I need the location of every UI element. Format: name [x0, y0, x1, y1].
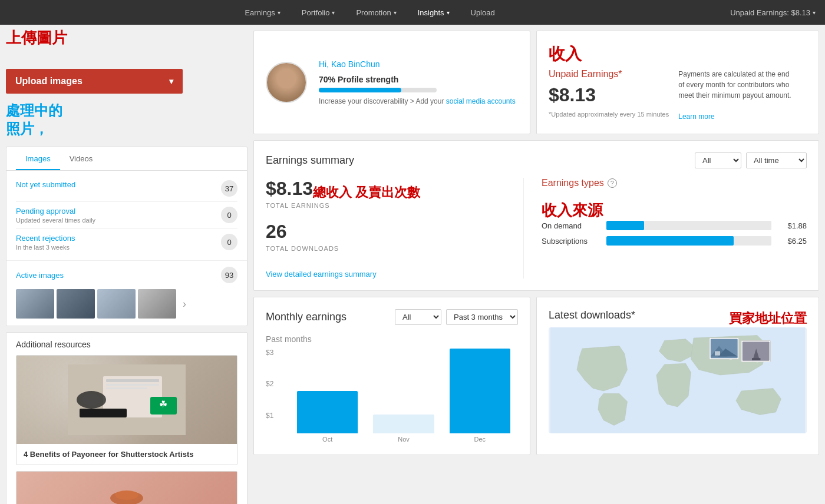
- unpaid-earnings-card: 收入 Unpaid Earnings* $8.13 *Updated appro…: [536, 31, 819, 134]
- avatar-face: [267, 63, 306, 102]
- chinese-buyer-location: 買家地址位置: [729, 310, 807, 327]
- thumb-2[interactable]: [57, 289, 95, 319]
- latest-downloads-header: Latest downloads* 買家地址位置: [549, 309, 807, 327]
- food-icon: [109, 483, 144, 504]
- tab-images[interactable]: Images: [16, 147, 60, 170]
- earnings-types-title: Earnings types ?: [542, 178, 807, 188]
- recent-rejections-count: 0: [221, 234, 237, 250]
- earnings-summary-card: Earnings summary All Photos Videos All t…: [253, 140, 819, 291]
- bar-nov: [373, 415, 434, 433]
- svg-rect-4: [106, 387, 147, 389]
- recent-rejections-sub: In the last 3 weeks: [16, 244, 75, 251]
- tab-videos[interactable]: Videos: [60, 147, 103, 170]
- bar-group-dec: Dec: [442, 349, 518, 443]
- monthly-earnings-card: Monthly earnings All Photos Past 3 month…: [253, 297, 530, 455]
- pending-approval-count: 0: [221, 207, 237, 223]
- monthly-type-filter[interactable]: All Photos: [395, 309, 441, 325]
- top-row: Hi, Kao BinChun 70% Profile strength Inc…: [253, 31, 819, 134]
- summary-filters: All Photos Videos All time This year Thi…: [695, 152, 807, 168]
- past-months-label: Past months: [266, 334, 518, 344]
- upload-header: 上傳圖片: [6, 31, 248, 63]
- subscriptions-bar-container: [606, 236, 771, 246]
- earnings-left: Unpaid Earnings* $8.13 *Updated approxim…: [549, 69, 669, 122]
- thumbnails-next-button[interactable]: ›: [179, 298, 190, 310]
- thumb-1[interactable]: [16, 289, 54, 319]
- upload-button-label: Upload images: [15, 76, 82, 87]
- chinese-earnings-title: 收入: [549, 43, 807, 65]
- nav-upload[interactable]: Upload: [460, 0, 506, 25]
- yaxis-1: $1: [266, 412, 273, 420]
- view-earnings-link[interactable]: View detailed earnings summary: [266, 270, 377, 278]
- profile-suggest: Increase your discoverability > Add your…: [319, 97, 516, 105]
- unpaid-earnings-nav-label: Unpaid Earnings: $8.13: [730, 8, 810, 17]
- pending-approval-label[interactable]: Pending approval: [16, 207, 95, 215]
- on-demand-label: On demand: [542, 221, 600, 230]
- thumbnails-row: ›: [6, 289, 247, 326]
- nav-promotion-chevron: ▾: [394, 9, 397, 16]
- world-map: [549, 327, 807, 433]
- nav-promotion-label: Promotion: [356, 8, 391, 17]
- not-yet-submitted-label[interactable]: Not yet submitted: [16, 180, 75, 189]
- images-videos-card: Images Videos Not yet submitted 37: [6, 147, 248, 326]
- earnings-right: Payments are calculated at the end of ev…: [678, 69, 796, 122]
- unpaid-earnings-nav[interactable]: Unpaid Earnings: $8.13 ▾: [730, 8, 816, 17]
- total-earnings-label: TOTAL EARNINGS: [266, 202, 506, 209]
- nav-portfolio-label: Portfolio: [302, 8, 330, 17]
- active-images-count: 93: [221, 267, 237, 283]
- resource-office-svg: ☘: [68, 364, 186, 435]
- summary-right: Earnings types ? 收入來源 On demand $1.88: [524, 178, 807, 278]
- thumb-4[interactable]: [138, 289, 176, 319]
- yaxis-2: $2: [266, 380, 273, 388]
- strength-bar: [319, 88, 401, 92]
- resource-card-2[interactable]: [16, 471, 237, 504]
- bar-label-dec: Dec: [474, 436, 486, 443]
- additional-resources-title: Additional resources: [16, 340, 237, 349]
- pending-approval-info: Pending approval Updated several times d…: [16, 207, 95, 224]
- latest-downloads-card: Latest downloads* 買家地址位置: [536, 297, 819, 455]
- thumb-3[interactable]: [97, 289, 136, 319]
- subscriptions-row: Subscriptions $6.25: [542, 236, 807, 246]
- nav-portfolio[interactable]: Portfolio ▾: [291, 0, 346, 25]
- svg-rect-18: [752, 358, 760, 360]
- summary-title: Earnings summary: [266, 154, 354, 167]
- user-avatar: [266, 62, 307, 103]
- active-images-label[interactable]: Active images: [16, 271, 64, 280]
- monthly-filters: All Photos Past 3 months Past 6 months P…: [395, 309, 518, 325]
- nav-insights[interactable]: Insights ▾: [407, 0, 460, 25]
- not-yet-submitted-row: Not yet submitted 37: [16, 175, 237, 202]
- nav-earnings[interactable]: Earnings ▾: [234, 0, 291, 25]
- recent-rejections-info: Recent rejections In the last 3 weeks: [16, 234, 75, 251]
- upload-button[interactable]: Upload images ▾: [6, 69, 183, 94]
- social-media-link[interactable]: social media accounts: [446, 97, 516, 105]
- summary-time-filter[interactable]: All time This year This month: [746, 152, 807, 168]
- nav-earnings-label: Earnings: [245, 8, 275, 17]
- nav-promotion[interactable]: Promotion ▾: [345, 0, 407, 25]
- recent-rejections-label[interactable]: Recent rejections: [16, 234, 75, 243]
- summary-main: 總收入 及賣出次數 $8.13 TOTAL EARNINGS 26 TOTAL …: [266, 178, 807, 278]
- tab-videos-label: Videos: [70, 154, 93, 163]
- learn-more-link[interactable]: Learn more: [678, 112, 714, 121]
- nav-items: Earnings ▾ Portfolio ▾ Promotion ▾ Insig…: [9, 0, 730, 25]
- content-area: 上傳圖片 Upload images ▾ 處理中的照片， Images Vide…: [0, 25, 825, 504]
- monthly-period-filter[interactable]: Past 3 months Past 6 months Past year: [446, 309, 518, 325]
- earnings-types-label: Earnings types: [542, 178, 604, 188]
- profile-card: Hi, Kao BinChun 70% Profile strength Inc…: [253, 31, 530, 134]
- bar-group-oct: Oct: [289, 391, 365, 443]
- unpaid-earnings-amount: $8.13: [549, 84, 669, 106]
- monthly-title: Monthly earnings: [266, 311, 346, 323]
- pending-approval-row: Pending approval Updated several times d…: [16, 202, 237, 229]
- nav-insights-chevron: ▾: [447, 9, 450, 16]
- summary-type-filter[interactable]: All Photos Videos: [695, 152, 741, 168]
- pending-approval-sub: Updated several times daily: [16, 217, 95, 224]
- monthly-bar-chart: $3 $2 $1 Oct Nov: [266, 349, 518, 443]
- subscriptions-bar: [606, 236, 734, 246]
- earnings-types-help-icon[interactable]: ?: [608, 178, 617, 188]
- bar-label-nov: Nov: [398, 436, 410, 443]
- stats-section: Not yet submitted 37 Pending approval Up…: [6, 171, 247, 260]
- resource-card-2-img-inner: [16, 472, 237, 504]
- unpaid-earnings-note: *Updated approximately every 15 minutes: [549, 111, 669, 118]
- resource-card-payoneer[interactable]: ☘ 4 Benefits of Payoneer for Shutterstoc…: [16, 355, 237, 465]
- active-images-row: Active images 93: [6, 260, 247, 289]
- profile-suggest-text: Increase your discoverability > Add your: [319, 97, 444, 105]
- nav-upload-label: Upload: [471, 8, 495, 17]
